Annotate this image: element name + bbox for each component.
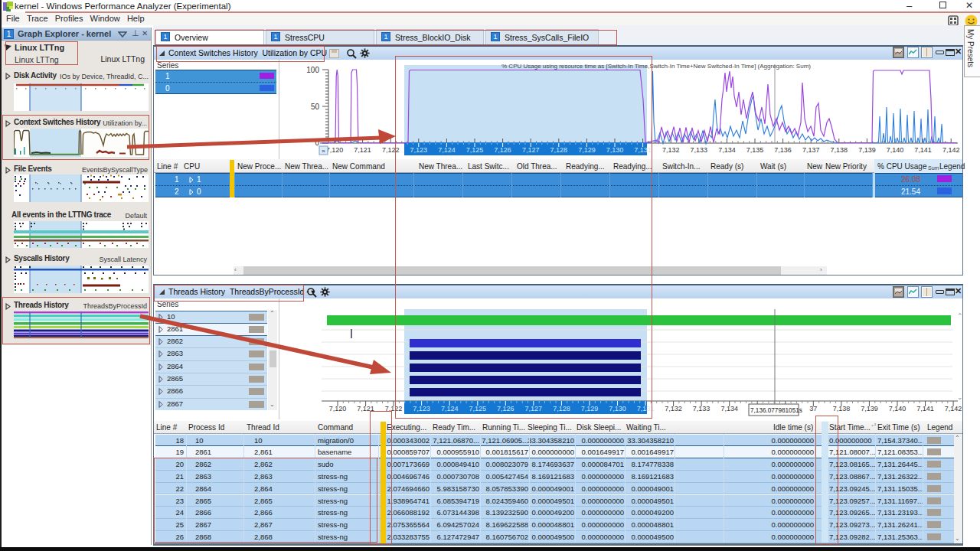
svg-text:7,136: 7,136 bbox=[774, 146, 792, 154]
svg-text:⌄: ⌄ bbox=[957, 393, 963, 401]
svg-text:7,120: 7,120 bbox=[326, 146, 344, 154]
svg-text:0: 0 bbox=[315, 139, 319, 147]
svg-text:7,141: 7,141 bbox=[914, 146, 932, 154]
svg-text:7,141: 7,141 bbox=[916, 405, 934, 412]
svg-text:7,120: 7,120 bbox=[329, 405, 347, 412]
svg-text:7,137: 7,137 bbox=[802, 146, 820, 154]
svg-text:7,138: 7,138 bbox=[831, 146, 848, 154]
svg-text:⌃: ⌃ bbox=[957, 312, 963, 320]
svg-text:100: 100 bbox=[306, 66, 319, 74]
svg-text:7,142: 7,142 bbox=[942, 146, 960, 154]
svg-text:37: 37 bbox=[809, 405, 817, 412]
svg-text:7,132: 7,132 bbox=[665, 405, 682, 412]
svg-text:7,139: 7,139 bbox=[858, 146, 876, 154]
svg-text:7,135: 7,135 bbox=[746, 146, 764, 154]
svg-text:7,133: 7,133 bbox=[691, 146, 708, 154]
svg-text:»: » bbox=[322, 148, 325, 155]
svg-text:7,134: 7,134 bbox=[718, 146, 736, 154]
svg-text:50: 50 bbox=[311, 103, 320, 111]
svg-text:7,139: 7,139 bbox=[861, 405, 878, 412]
svg-text:7,140: 7,140 bbox=[889, 405, 906, 412]
svg-text:7,142: 7,142 bbox=[945, 405, 962, 412]
svg-text:7,132: 7,132 bbox=[662, 146, 680, 154]
svg-text:7,138: 7,138 bbox=[833, 405, 851, 412]
svg-text:7,134: 7,134 bbox=[720, 405, 738, 412]
svg-text:7,140: 7,140 bbox=[887, 146, 904, 154]
svg-text:7,133: 7,133 bbox=[693, 405, 710, 412]
svg-text:7,121: 7,121 bbox=[354, 146, 371, 154]
svg-text:7,136.077981051s: 7,136.077981051s bbox=[750, 407, 802, 414]
